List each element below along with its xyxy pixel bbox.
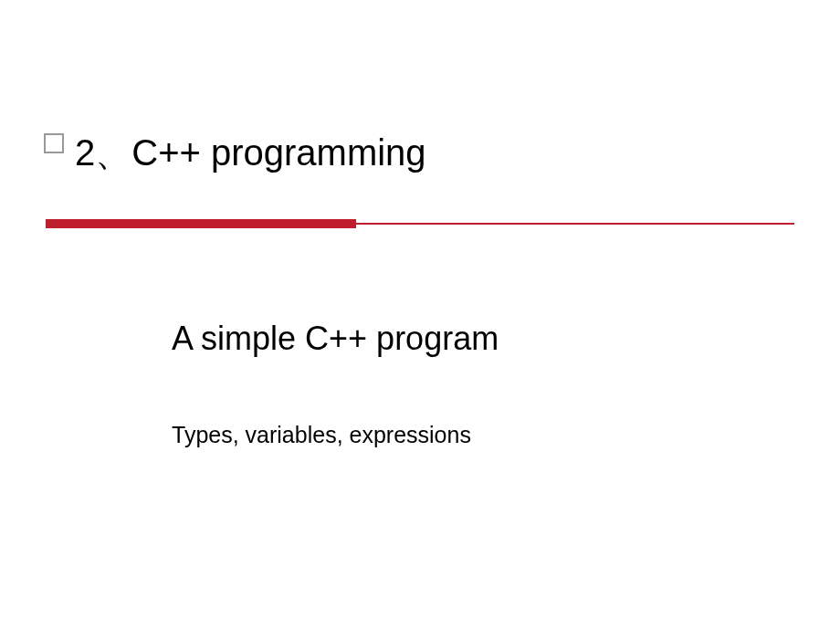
title-bullet-marker [44,133,64,153]
slide-description: Types, variables, expressions [172,422,776,448]
slide-title: 2、C++ programming [75,128,776,178]
content-area: A simple C++ program Types, variables, e… [172,320,776,448]
divider-thin-segment [356,223,794,225]
slide-container: 2、C++ programming A simple C++ program T… [0,0,840,630]
divider-line [46,219,794,228]
slide-subtitle: A simple C++ program [172,320,776,358]
divider-thick-segment [46,219,356,228]
